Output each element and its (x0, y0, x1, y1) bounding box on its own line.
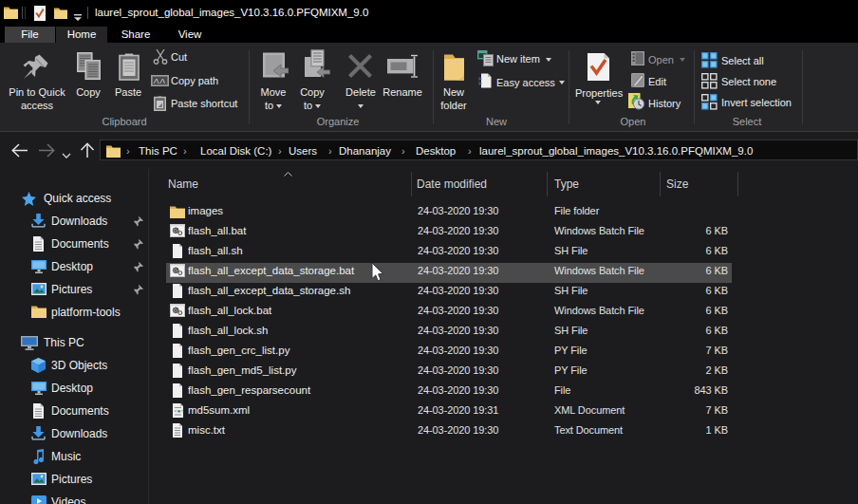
svg-text:<●>: <●> (174, 408, 184, 415)
